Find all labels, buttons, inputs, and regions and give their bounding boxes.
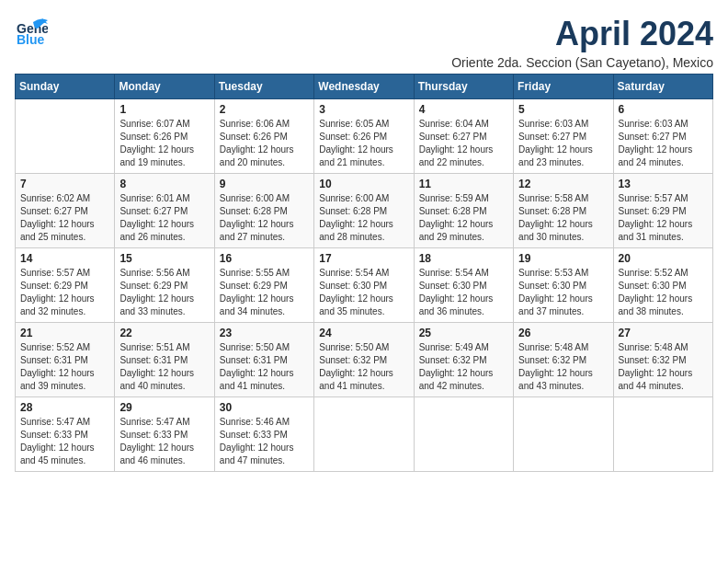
calendar-day-cell: 29Sunrise: 5:47 AMSunset: 6:33 PMDayligh… (115, 397, 214, 472)
day-sun-info: Sunrise: 5:47 AMSunset: 6:33 PMDaylight:… (119, 416, 209, 467)
calendar-header-row: SundayMondayTuesdayWednesdayThursdayFrid… (16, 75, 713, 99)
day-number: 4 (419, 103, 508, 116)
day-sun-info: Sunrise: 5:54 AMSunset: 6:30 PMDaylight:… (419, 267, 508, 318)
day-sun-info: Sunrise: 5:51 AMSunset: 6:31 PMDaylight:… (119, 341, 209, 393)
day-number: 9 (220, 178, 309, 190)
day-sun-info: Sunrise: 5:56 AMSunset: 6:29 PMDaylight:… (119, 267, 209, 318)
calendar-day-cell: 27Sunrise: 5:48 AMSunset: 6:32 PMDayligh… (613, 323, 712, 397)
calendar-day-cell: 24Sunrise: 5:50 AMSunset: 6:32 PMDayligh… (314, 323, 414, 397)
calendar-day-cell (613, 397, 712, 472)
calendar-day-cell: 21Sunrise: 5:52 AMSunset: 6:31 PMDayligh… (16, 323, 115, 397)
calendar-day-cell: 10Sunrise: 6:00 AMSunset: 6:28 PMDayligh… (314, 174, 414, 248)
calendar-week-row: 1Sunrise: 6:07 AMSunset: 6:26 PMDaylight… (16, 99, 713, 174)
day-number: 7 (20, 178, 109, 190)
weekday-header-monday: Monday (115, 75, 214, 99)
calendar-day-cell: 12Sunrise: 5:58 AMSunset: 6:28 PMDayligh… (514, 174, 613, 248)
day-number: 11 (419, 178, 508, 190)
calendar-day-cell: 23Sunrise: 5:50 AMSunset: 6:31 PMDayligh… (214, 323, 313, 397)
day-sun-info: Sunrise: 6:00 AMSunset: 6:28 PMDaylight:… (319, 192, 408, 244)
day-number: 18 (419, 252, 508, 265)
calendar-day-cell: 14Sunrise: 5:57 AMSunset: 6:29 PMDayligh… (16, 248, 115, 323)
calendar-day-cell: 3Sunrise: 6:05 AMSunset: 6:26 PMDaylight… (314, 99, 414, 174)
day-number: 20 (619, 252, 708, 265)
day-number: 3 (319, 103, 408, 116)
day-sun-info: Sunrise: 5:57 AMSunset: 6:29 PMDaylight:… (619, 192, 708, 244)
day-number: 2 (220, 103, 309, 116)
calendar-week-row: 28Sunrise: 5:47 AMSunset: 6:33 PMDayligh… (16, 397, 713, 472)
calendar-day-cell: 9Sunrise: 6:00 AMSunset: 6:28 PMDaylight… (214, 174, 313, 248)
weekday-header-thursday: Thursday (414, 75, 513, 99)
day-number: 12 (518, 178, 608, 190)
weekday-header-tuesday: Tuesday (214, 75, 313, 99)
weekday-header-sunday: Sunday (16, 75, 115, 99)
day-sun-info: Sunrise: 5:46 AMSunset: 6:33 PMDaylight:… (220, 416, 309, 467)
weekday-header-saturday: Saturday (613, 75, 712, 99)
day-number: 15 (119, 252, 209, 265)
day-number: 13 (619, 178, 708, 190)
calendar-week-row: 21Sunrise: 5:52 AMSunset: 6:31 PMDayligh… (16, 323, 713, 397)
calendar-day-cell: 16Sunrise: 5:55 AMSunset: 6:29 PMDayligh… (214, 248, 313, 323)
day-number: 8 (119, 178, 209, 190)
day-sun-info: Sunrise: 5:52 AMSunset: 6:30 PMDaylight:… (619, 267, 708, 318)
day-sun-info: Sunrise: 6:01 AMSunset: 6:27 PMDaylight:… (119, 192, 209, 244)
page-header: General Blue April 2024 Oriente 2da. Sec… (15, 15, 713, 70)
day-sun-info: Sunrise: 5:47 AMSunset: 6:33 PMDaylight:… (20, 416, 109, 467)
calendar-day-cell: 7Sunrise: 6:02 AMSunset: 6:27 PMDaylight… (16, 174, 115, 248)
calendar-day-cell: 18Sunrise: 5:54 AMSunset: 6:30 PMDayligh… (414, 248, 513, 323)
month-title: April 2024 (451, 15, 713, 53)
day-sun-info: Sunrise: 5:50 AMSunset: 6:31 PMDaylight:… (220, 341, 309, 393)
day-sun-info: Sunrise: 5:48 AMSunset: 6:32 PMDaylight:… (619, 341, 708, 393)
calendar-week-row: 7Sunrise: 6:02 AMSunset: 6:27 PMDaylight… (16, 174, 713, 248)
day-number: 21 (20, 327, 109, 339)
calendar-day-cell (16, 99, 115, 174)
calendar-day-cell: 11Sunrise: 5:59 AMSunset: 6:28 PMDayligh… (414, 174, 513, 248)
day-sun-info: Sunrise: 5:48 AMSunset: 6:32 PMDaylight:… (518, 341, 608, 393)
calendar-day-cell: 19Sunrise: 5:53 AMSunset: 6:30 PMDayligh… (514, 248, 613, 323)
calendar-day-cell: 20Sunrise: 5:52 AMSunset: 6:30 PMDayligh… (613, 248, 712, 323)
day-number: 25 (419, 327, 508, 339)
day-sun-info: Sunrise: 5:59 AMSunset: 6:28 PMDaylight:… (419, 192, 508, 244)
calendar-day-cell: 25Sunrise: 5:49 AMSunset: 6:32 PMDayligh… (414, 323, 513, 397)
day-sun-info: Sunrise: 6:04 AMSunset: 6:27 PMDaylight:… (419, 118, 508, 169)
day-sun-info: Sunrise: 5:52 AMSunset: 6:31 PMDaylight:… (20, 341, 109, 393)
day-number: 10 (319, 178, 408, 190)
calendar-table: SundayMondayTuesdayWednesdayThursdayFrid… (15, 74, 713, 472)
day-number: 24 (319, 327, 408, 339)
day-number: 26 (518, 327, 608, 339)
day-number: 17 (319, 252, 408, 265)
weekday-header-wednesday: Wednesday (314, 75, 414, 99)
calendar-week-row: 14Sunrise: 5:57 AMSunset: 6:29 PMDayligh… (16, 248, 713, 323)
day-sun-info: Sunrise: 6:07 AMSunset: 6:26 PMDaylight:… (119, 118, 209, 169)
day-sun-info: Sunrise: 5:58 AMSunset: 6:28 PMDaylight:… (518, 192, 608, 244)
day-sun-info: Sunrise: 5:55 AMSunset: 6:29 PMDaylight:… (220, 267, 309, 318)
calendar-day-cell: 6Sunrise: 6:03 AMSunset: 6:27 PMDaylight… (613, 99, 712, 174)
day-sun-info: Sunrise: 6:03 AMSunset: 6:27 PMDaylight:… (619, 118, 708, 169)
logo-icon: General Blue (15, 15, 48, 48)
day-number: 30 (220, 401, 309, 414)
calendar-day-cell: 28Sunrise: 5:47 AMSunset: 6:33 PMDayligh… (16, 397, 115, 472)
day-number: 16 (220, 252, 309, 265)
day-number: 23 (220, 327, 309, 339)
calendar-day-cell: 5Sunrise: 6:03 AMSunset: 6:27 PMDaylight… (514, 99, 613, 174)
calendar-day-cell: 26Sunrise: 5:48 AMSunset: 6:32 PMDayligh… (514, 323, 613, 397)
calendar-day-cell: 30Sunrise: 5:46 AMSunset: 6:33 PMDayligh… (214, 397, 313, 472)
location-subtitle: Oriente 2da. Seccion (San Cayetano), Mex… (451, 55, 713, 70)
day-sun-info: Sunrise: 6:05 AMSunset: 6:26 PMDaylight:… (319, 118, 408, 169)
day-sun-info: Sunrise: 6:02 AMSunset: 6:27 PMDaylight:… (20, 192, 109, 244)
day-sun-info: Sunrise: 5:53 AMSunset: 6:30 PMDaylight:… (518, 267, 608, 318)
calendar-day-cell: 4Sunrise: 6:04 AMSunset: 6:27 PMDaylight… (414, 99, 513, 174)
title-block: April 2024 Oriente 2da. Seccion (San Cay… (451, 15, 713, 70)
calendar-day-cell (514, 397, 613, 472)
day-sun-info: Sunrise: 6:00 AMSunset: 6:28 PMDaylight:… (220, 192, 309, 244)
day-sun-info: Sunrise: 5:49 AMSunset: 6:32 PMDaylight:… (419, 341, 508, 393)
calendar-day-cell: 17Sunrise: 5:54 AMSunset: 6:30 PMDayligh… (314, 248, 414, 323)
svg-text:Blue: Blue (17, 32, 45, 47)
calendar-day-cell (414, 397, 513, 472)
day-sun-info: Sunrise: 5:50 AMSunset: 6:32 PMDaylight:… (319, 341, 408, 393)
day-number: 22 (119, 327, 209, 339)
calendar-day-cell: 2Sunrise: 6:06 AMSunset: 6:26 PMDaylight… (214, 99, 313, 174)
day-number: 19 (518, 252, 608, 265)
day-sun-info: Sunrise: 5:57 AMSunset: 6:29 PMDaylight:… (20, 267, 109, 318)
day-sun-info: Sunrise: 6:06 AMSunset: 6:26 PMDaylight:… (220, 118, 309, 169)
day-number: 6 (619, 103, 708, 116)
